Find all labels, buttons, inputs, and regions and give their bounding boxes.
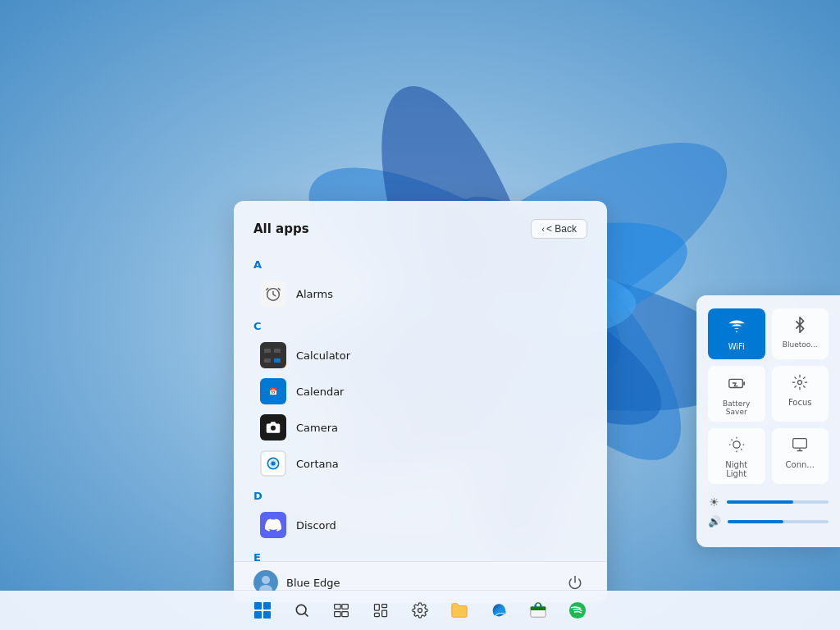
windows-logo <box>254 602 271 619</box>
user-name: Blue Edge <box>286 577 340 589</box>
app-name-alarms: Alarms <box>296 288 333 300</box>
battery-saver-icon <box>728 374 746 396</box>
taskbar-widgets[interactable] <box>363 592 399 628</box>
taskbar-taskview[interactable] <box>323 592 359 628</box>
quick-settings-panel: WiFi Bluetoo... <box>696 295 840 547</box>
taskbar-spotify[interactable] <box>559 592 596 628</box>
brightness-slider[interactable] <box>727 500 829 504</box>
svg-point-39 <box>733 441 740 448</box>
taskbar-settings[interactable] <box>402 592 438 628</box>
qs-wifi-label: WiFi <box>728 342 745 351</box>
svg-point-38 <box>798 381 802 385</box>
connect-icon <box>792 436 808 457</box>
svg-point-33 <box>262 576 270 584</box>
taskbar <box>0 591 840 630</box>
taskbar-search[interactable] <box>284 592 320 628</box>
calendar-icon: 📅 <box>260 378 286 404</box>
qs-tile-focus[interactable]: Focus <box>772 366 829 422</box>
svg-point-36 <box>736 331 737 332</box>
brightness-row: ☀ <box>708 495 829 509</box>
qs-tile-battery-saver[interactable]: Battery Saver <box>708 366 765 422</box>
discord-icon <box>260 512 286 538</box>
svg-point-24 <box>271 426 276 431</box>
section-letter-d: D <box>253 490 587 502</box>
svg-point-27 <box>272 462 276 466</box>
taskbar-files[interactable] <box>441 592 477 628</box>
qs-focus-label: Focus <box>788 398 812 407</box>
desktop: All apps ‹ < Back A Alarms C <box>0 0 840 630</box>
camera-icon <box>260 414 286 441</box>
svg-point-56 <box>418 609 422 613</box>
night-light-icon <box>728 436 745 457</box>
taskbar-store[interactable] <box>520 592 556 628</box>
app-item-alarms[interactable]: Alarms <box>253 276 587 312</box>
svg-rect-48 <box>335 605 341 609</box>
app-name-cortana: Cortana <box>296 458 339 470</box>
svg-line-42 <box>731 440 732 441</box>
apps-list: A Alarms C <box>234 250 607 578</box>
app-name-calculator: Calculator <box>296 349 350 362</box>
win-pane-1 <box>254 602 262 609</box>
svg-rect-53 <box>382 605 387 608</box>
qs-tile-night-light[interactable]: Night Light <box>708 428 765 484</box>
cortana-icon <box>260 450 286 477</box>
volume-fill <box>728 520 783 523</box>
qs-night-light-label: Night Light <box>714 460 759 478</box>
volume-row: 🔊 <box>708 515 829 527</box>
svg-point-47 <box>296 605 306 614</box>
alarms-icon <box>260 281 286 307</box>
qs-connect-label: Conn... <box>786 460 815 469</box>
svg-rect-55 <box>375 613 380 616</box>
brightness-fill <box>727 500 792 504</box>
section-letter-c: C <box>253 320 587 332</box>
svg-rect-49 <box>342 605 349 609</box>
brightness-icon: ☀ <box>708 495 720 509</box>
svg-point-61 <box>569 602 586 619</box>
bluetooth-icon <box>792 317 808 337</box>
svg-rect-54 <box>382 610 387 617</box>
taskbar-edge[interactable] <box>481 592 517 628</box>
qs-bluetooth-label: Bluetoo... <box>783 340 818 349</box>
svg-rect-50 <box>335 612 341 617</box>
all-apps-title: All apps <box>253 221 309 236</box>
svg-line-43 <box>741 449 742 450</box>
back-button[interactable]: ‹ < Back <box>531 219 587 239</box>
qs-battery-saver-label: Battery Saver <box>714 399 759 416</box>
wifi-icon <box>728 317 746 339</box>
app-item-calendar[interactable]: 📅 Calendar <box>253 373 587 409</box>
section-letter-a: A <box>253 258 587 271</box>
svg-rect-46 <box>793 439 807 449</box>
app-name-camera: Camera <box>296 422 338 434</box>
qs-tiles-grid: WiFi Bluetoo... <box>708 308 829 484</box>
app-name-calendar: Calendar <box>296 386 344 398</box>
win-pane-4 <box>263 611 271 619</box>
qs-tile-connect[interactable]: Conn... <box>772 428 829 484</box>
app-item-calculator[interactable]: Calculator <box>253 337 587 373</box>
volume-slider[interactable] <box>728 520 829 523</box>
start-menu: All apps ‹ < Back A Alarms C <box>234 201 607 603</box>
app-item-cortana[interactable]: Cortana <box>253 445 587 482</box>
start-menu-header: All apps ‹ < Back <box>234 201 607 250</box>
win-pane-2 <box>263 602 271 609</box>
taskbar-start[interactable] <box>244 592 281 628</box>
win-pane-3 <box>254 611 262 619</box>
svg-rect-59 <box>534 605 536 608</box>
app-item-camera[interactable]: Camera <box>253 409 587 445</box>
qs-tile-bluetooth[interactable]: Bluetoo... <box>772 308 829 359</box>
calculator-icon <box>260 342 286 368</box>
svg-rect-51 <box>342 612 349 617</box>
focus-icon <box>792 374 808 395</box>
volume-icon: 🔊 <box>708 515 721 527</box>
app-name-discord: Discord <box>296 519 336 532</box>
svg-rect-52 <box>375 605 380 611</box>
svg-rect-58 <box>531 606 546 610</box>
back-label: < Back <box>546 223 577 235</box>
qs-tile-wifi[interactable]: WiFi <box>708 308 765 359</box>
app-item-discord[interactable]: Discord <box>253 507 587 543</box>
svg-rect-60 <box>541 605 542 608</box>
back-chevron: ‹ <box>541 224 545 234</box>
